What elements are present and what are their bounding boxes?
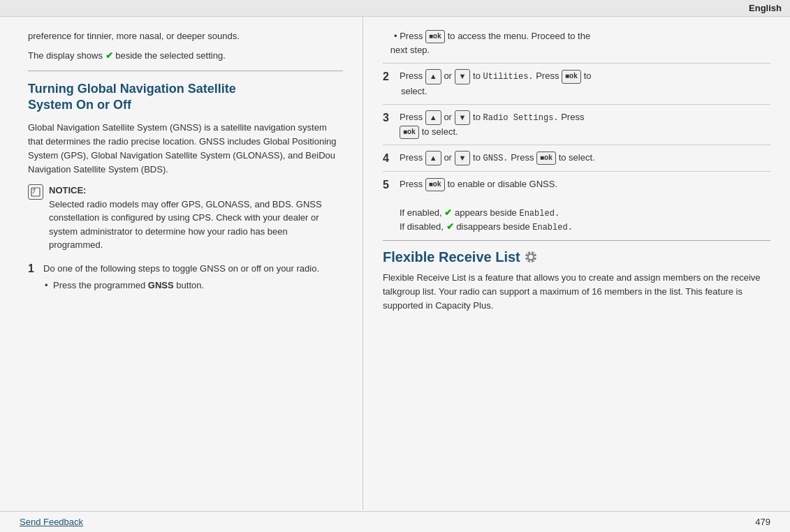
step-1-number: 1 [28, 263, 38, 275]
flexible-body: Flexible Receive List is a feature that … [383, 271, 770, 313]
svg-rect-6 [534, 256, 536, 258]
right-step-5: 5 Press ■ok to enable or disable GNSS. I… [383, 172, 770, 241]
svg-point-2 [529, 255, 533, 259]
notice-icon [28, 184, 43, 200]
up-arrow-3: ▲ [425, 110, 441, 125]
checkmark-icon: ✔ [105, 50, 113, 61]
step-2-number: 2 [383, 71, 393, 83]
down-arrow-4: ▼ [455, 151, 471, 165]
language-label: English [749, 3, 782, 13]
svg-rect-3 [530, 251, 532, 253]
down-arrow-3: ▼ [455, 110, 471, 125]
section-title: Turning Global Navigation SatelliteSyste… [28, 81, 343, 114]
ok-button-icon-4: ■ok [536, 152, 556, 165]
checkmark-disabled: ✔ [446, 221, 454, 232]
ok-button-icon-3: ■ok [400, 126, 419, 140]
notice-title: NOTICE: [49, 184, 343, 198]
flexible-title: Flexible Receive List [383, 249, 770, 265]
ok-button-icon-bullet: ■ok [425, 30, 445, 44]
step-3-text: Press ▲ or ▼ to Radio Settings. Press ■o… [400, 110, 770, 139]
up-arrow-2: ▲ [425, 69, 441, 84]
right-step-bullet: • Press ■ok to access the menu. Proceed … [383, 24, 770, 64]
right-column: • Press ■ok to access the menu. Proceed … [363, 17, 790, 510]
step-2-text: Press ▲ or ▼ to Utilities. Press ■ok to … [400, 69, 770, 98]
right-step-2: 2 Press ▲ or ▼ to Utilities. Press ■ok t… [383, 64, 770, 104]
checkmark-enabled: ✔ [444, 207, 452, 218]
step-5-text: Press ■ok to enable or disable GNSS. If … [400, 177, 770, 235]
step-bullet-text: • Press ■ok to access the menu. Proceed … [383, 29, 770, 57]
step-4-text: Press ▲ or ▼ to GNSS. Press ■ok to selec… [400, 151, 770, 165]
svg-rect-0 [31, 188, 40, 196]
down-arrow-2: ▼ [455, 69, 471, 84]
ok-button-icon-2: ■ok [562, 70, 581, 84]
notice-content: NOTICE: Selected radio models may offer … [49, 184, 343, 252]
gear-icon [525, 251, 537, 263]
right-step-3: 3 Press ▲ or ▼ to Radio Settings. Press … [383, 105, 770, 145]
svg-rect-4 [530, 260, 532, 263]
step-3-number: 3 [383, 112, 393, 124]
left-column: preference for tinnier, more nasal, or d… [0, 17, 363, 510]
step-1-content: Do one of the following steps to toggle … [43, 262, 343, 293]
notice-body: Selected radio models may offer GPS, GLO… [49, 198, 343, 252]
display-note: The display shows ✔ beside the selected … [28, 49, 343, 63]
up-arrow-4: ▲ [425, 151, 441, 165]
ok-button-icon-5: ■ok [425, 178, 445, 192]
right-step-4: 4 Press ▲ or ▼ to GNSS. Press ■ok to sel… [383, 145, 770, 172]
step-1-bullet: Press the programmed GNSS button. [43, 279, 343, 293]
send-feedback-link[interactable]: Send Feedback [20, 517, 83, 527]
svg-rect-5 [525, 256, 527, 258]
page-number: 479 [755, 517, 770, 527]
body-text-gnss: Global Navigation Satellite System (GNSS… [28, 121, 343, 177]
step-1: 1 Do one of the following steps to toggl… [28, 262, 343, 293]
step-4-number: 4 [383, 152, 393, 165]
top-bar: English [0, 0, 790, 17]
bottom-bar: Send Feedback 479 [0, 511, 790, 532]
step-5-number: 5 [383, 179, 393, 191]
gnss-bold: GNSS [148, 280, 174, 290]
flexible-section: Flexible Receive List Flexible Receive L… [383, 249, 770, 313]
intro-text: preference for tinnier, more nasal, or d… [28, 29, 343, 43]
notice-box: NOTICE: Selected radio models may offer … [28, 184, 343, 252]
divider-top [28, 71, 343, 71]
